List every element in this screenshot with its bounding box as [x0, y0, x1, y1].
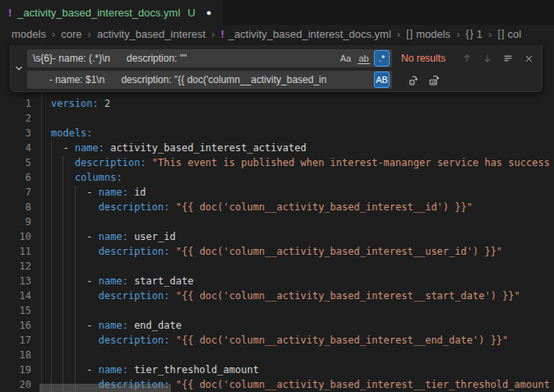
selection-lines-icon [502, 53, 514, 64]
code-line[interactable]: 15 [0, 303, 554, 318]
code-text: - name: user_id [31, 229, 176, 244]
replace-input[interactable] [27, 71, 392, 89]
previous-match-button[interactable] [459, 50, 475, 67]
breadcrumb-item-core[interactable]: core [61, 28, 81, 40]
replace-all-button[interactable]: ab [426, 71, 442, 88]
line-number[interactable]: 20 [0, 377, 31, 392]
breadcrumb-label: core [61, 28, 81, 40]
horizontal-scrollbar[interactable] [39, 384, 171, 392]
breadcrumb-item-_activity_based_interest_docs.yml[interactable]: !_activity_based_interest_docs.yml [221, 28, 391, 40]
line-number[interactable]: 18 [0, 348, 31, 362]
tab-title: _activity_based_interest_docs.yml [17, 7, 180, 19]
code-line[interactable]: 11 description: "{{ doc('column__activit… [0, 244, 554, 259]
whole-word-button[interactable]: ab [356, 50, 372, 67]
replace-button[interactable]: c [405, 71, 422, 88]
code-line[interactable]: 3models: [0, 126, 554, 141]
code-text: - name: tier_threshold_amount [31, 362, 259, 377]
find-row: Aa ab .* No results [27, 49, 537, 67]
line-number[interactable]: 1 [0, 96, 31, 111]
close-icon [524, 53, 534, 64]
breadcrumb-item-1[interactable]: { }1 [465, 28, 482, 40]
code-line[interactable]: 6 columns: [0, 170, 554, 185]
code-text: - name: id [31, 185, 146, 200]
editor[interactable]: 1version: 223models:4 - name: activity_b… [0, 43, 554, 392]
line-number[interactable]: 9 [0, 214, 31, 229]
code-line[interactable]: 18 [0, 348, 554, 362]
breadcrumb-separator: › [397, 28, 400, 40]
breadcrumb-item-models[interactable]: [ ]models [406, 28, 450, 40]
line-number[interactable]: 3 [0, 126, 31, 141]
line-number[interactable]: 7 [0, 185, 31, 200]
replace-input-box: AB [27, 71, 392, 89]
code-text: version: 2 [31, 96, 110, 111]
replace-options: AB [374, 71, 390, 88]
breadcrumb-label: _activity_based_interest_docs.yml [229, 28, 391, 40]
code-text: - name: activity_based_interest_activate… [31, 141, 307, 155]
breadcrumb-item-col[interactable]: [ ]col [497, 28, 521, 40]
indent-guide [75, 185, 76, 392]
find-results-count: No results [401, 53, 446, 64]
close-find-button[interactable] [520, 50, 537, 67]
code-lines: 1version: 223models:4 - name: activity_b… [0, 92, 554, 392]
breadcrumb-label: models [12, 28, 46, 40]
line-number[interactable]: 19 [0, 362, 31, 377]
git-untracked-badge: U [187, 7, 195, 19]
code-line[interactable]: 8 description: "{{ doc('column__activity… [0, 200, 554, 214]
line-number[interactable]: 6 [0, 170, 31, 185]
breadcrumb-separator: › [88, 28, 91, 40]
tab-activity-based-interest-docs[interactable]: ! _activity_based_interest_docs.yml U ● [0, 0, 222, 25]
yaml-file-icon: ! [8, 7, 12, 19]
code-line[interactable]: 17 description: "{{ doc('column__activit… [0, 333, 554, 348]
code-line[interactable]: 12 [0, 259, 554, 274]
breadcrumb-separator: › [52, 28, 55, 40]
replace-row: AB c [27, 71, 537, 89]
code-line[interactable]: 7 - name: id [0, 185, 554, 200]
code-line[interactable]: 2 [0, 111, 554, 126]
next-match-button[interactable] [479, 50, 496, 67]
line-number[interactable]: 13 [0, 274, 31, 288]
indent-guide [51, 141, 52, 392]
code-text: - name: start_date [31, 274, 193, 288]
line-number[interactable]: 12 [0, 259, 31, 274]
code-line[interactable]: 16 - name: end_date [0, 318, 554, 333]
code-line[interactable]: 9 [0, 214, 554, 229]
breadcrumb-separator: › [456, 28, 459, 40]
line-number[interactable]: 17 [0, 333, 31, 348]
line-number[interactable]: 16 [0, 318, 31, 333]
line-number[interactable]: 15 [0, 303, 31, 318]
find-in-selection-button[interactable] [500, 50, 516, 67]
code-line[interactable]: 19 - name: tier_threshold_amount [0, 362, 554, 377]
toggle-replace-button[interactable] [11, 45, 27, 91]
replace-icon: c [408, 74, 420, 86]
line-number[interactable]: 11 [0, 244, 31, 259]
match-case-button[interactable]: Aa [338, 50, 353, 67]
breadcrumb-label: col [507, 28, 521, 40]
code-line[interactable]: 10 - name: user_id [0, 229, 554, 244]
breadcrumb-item-activity_based_interest[interactable]: activity_based_interest [97, 28, 205, 40]
line-number[interactable]: 4 [0, 141, 31, 155]
code-text: description: "{{ doc('column__activity_b… [31, 288, 520, 303]
symbol-array-icon: [ ] [497, 28, 503, 39]
line-number[interactable]: 5 [0, 155, 31, 170]
code-line[interactable]: 13 - name: start_date [0, 274, 554, 288]
code-line[interactable]: 5 description: "This event is published … [0, 155, 554, 170]
code-line[interactable]: 4 - name: activity_based_interest_activa… [0, 141, 554, 155]
line-number[interactable]: 8 [0, 200, 31, 214]
svg-text:ab: ab [431, 79, 436, 84]
code-line[interactable]: 14 description: "{{ doc('column__activit… [0, 288, 554, 303]
modified-dot-icon[interactable]: ● [206, 7, 212, 17]
breadcrumb-item-models[interactable]: models [12, 28, 46, 40]
code-text [31, 303, 51, 318]
code-text: models: [31, 126, 93, 141]
line-number[interactable]: 14 [0, 288, 31, 303]
line-number[interactable]: 10 [0, 229, 31, 244]
regex-button[interactable]: .* [374, 50, 390, 67]
breadcrumb: models›core›activity_based_interest›!_ac… [0, 25, 554, 43]
arrow-down-icon [482, 53, 493, 64]
breadcrumb-separator: › [488, 28, 492, 40]
preserve-case-button[interactable]: AB [374, 71, 390, 88]
line-number[interactable]: 2 [0, 111, 31, 126]
chevron-down-icon [13, 62, 25, 74]
code-line[interactable]: 1version: 2 [0, 96, 554, 111]
tab-bar: ! _activity_based_interest_docs.yml U ● [0, 0, 554, 25]
